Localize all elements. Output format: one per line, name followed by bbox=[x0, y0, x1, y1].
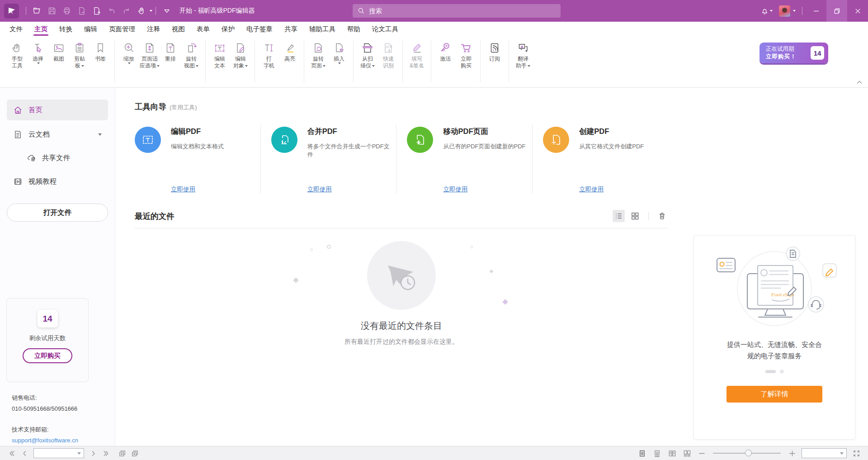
previous-view-button[interactable] bbox=[117, 448, 127, 459]
print-button[interactable] bbox=[59, 4, 74, 19]
insert-pages-icon bbox=[333, 42, 345, 54]
menu-esign[interactable]: 电子签章 bbox=[241, 22, 278, 37]
menu-protect[interactable]: 保护 bbox=[216, 22, 241, 37]
notifications-button[interactable] bbox=[757, 0, 776, 22]
sidebar-item-home[interactable]: 首页 bbox=[7, 100, 108, 120]
buy-now-button-sidebar[interactable]: 立即购买 bbox=[23, 348, 72, 363]
facing-continuous-view-button[interactable] bbox=[681, 448, 692, 459]
recent-files-title: 最近的文件 bbox=[135, 211, 175, 222]
restore-button[interactable] bbox=[826, 0, 847, 22]
grid-view-button[interactable] bbox=[629, 210, 641, 222]
facing-view-button[interactable] bbox=[666, 448, 677, 459]
zoom-in-button[interactable] bbox=[787, 448, 797, 459]
hand-tool-button[interactable]: 手型 工具 bbox=[7, 40, 28, 71]
search-input[interactable]: 搜索 bbox=[353, 4, 561, 18]
use-now-link[interactable]: 立即使用 bbox=[307, 185, 390, 194]
translate-assistant-button[interactable]: A 翻译 助手 bbox=[513, 40, 533, 71]
sidebar-item-shared-files[interactable]: 共享文件 bbox=[7, 148, 108, 167]
from-scanner-button[interactable]: 从扫 描仪 bbox=[357, 40, 378, 71]
subscribe-button[interactable]: 订阅 bbox=[484, 40, 505, 64]
menu-share[interactable]: 共享 bbox=[278, 22, 303, 37]
esign-illustration: Foxit eSign bbox=[704, 246, 844, 336]
hide-toolbar-button[interactable] bbox=[159, 4, 174, 19]
highlight-button[interactable]: 高亮 bbox=[279, 40, 300, 71]
account-button[interactable] bbox=[776, 0, 799, 22]
first-page-button[interactable] bbox=[6, 448, 17, 459]
menu-home[interactable]: 主页 bbox=[28, 22, 53, 37]
quick-ocr-button[interactable]: OCR 快速 识别 bbox=[378, 40, 399, 71]
menu-accessibility[interactable]: 辅助工具 bbox=[303, 22, 341, 37]
merge-pdf-icon bbox=[271, 127, 297, 153]
page-number-select[interactable] bbox=[33, 448, 84, 458]
insert-pages-button[interactable]: 插入 bbox=[329, 40, 349, 71]
save-button[interactable] bbox=[44, 4, 59, 19]
zoom-slider[interactable] bbox=[713, 453, 781, 454]
menu-convert[interactable]: 转换 bbox=[53, 22, 78, 37]
hand-icon bbox=[11, 42, 24, 54]
redo-button[interactable] bbox=[119, 4, 134, 19]
menu-page-management[interactable]: 页面管理 bbox=[103, 22, 141, 37]
create-pdf-icon bbox=[543, 127, 569, 153]
open-file-button-sidebar[interactable]: 打开文件 bbox=[7, 204, 108, 222]
menu-edit[interactable]: 编辑 bbox=[78, 22, 103, 37]
rotate-view-button[interactable]: 旋转 视图 bbox=[181, 40, 202, 71]
open-file-button[interactable] bbox=[29, 4, 44, 19]
typewriter-button[interactable]: 打 字机 bbox=[259, 40, 279, 71]
typewriter-icon bbox=[263, 42, 275, 54]
menu-help[interactable]: 帮助 bbox=[341, 22, 366, 37]
bookmark-button[interactable]: 书签 bbox=[90, 40, 111, 71]
close-button[interactable] bbox=[847, 0, 868, 22]
rotate-pages-button[interactable]: 旋转 页面 bbox=[308, 40, 329, 71]
snapshot-button[interactable]: 截图 bbox=[48, 40, 69, 71]
last-page-button[interactable] bbox=[100, 448, 111, 459]
clipboard-button[interactable]: 剪贴 板 bbox=[69, 40, 90, 71]
next-view-button[interactable] bbox=[129, 448, 140, 459]
minimize-button[interactable] bbox=[806, 0, 826, 22]
support-email-link[interactable]: support@foxitsoftware.cn bbox=[12, 435, 78, 446]
clear-recent-button[interactable] bbox=[656, 210, 668, 222]
menu-paper-tools[interactable]: 论文工具 bbox=[366, 22, 404, 37]
menu-comment[interactable]: 注释 bbox=[141, 22, 166, 37]
menu-file[interactable]: 文件 bbox=[4, 22, 28, 37]
activate-button[interactable]: 激活 bbox=[435, 40, 456, 71]
menu-view[interactable]: 视图 bbox=[166, 22, 191, 37]
buy-now-button[interactable]: 立即 购买 bbox=[456, 40, 476, 71]
collapse-ribbon-button[interactable] bbox=[855, 79, 863, 85]
single-page-view-button[interactable] bbox=[637, 448, 647, 459]
previous-page-button[interactable] bbox=[19, 448, 30, 459]
insert-pages-button[interactable] bbox=[89, 4, 104, 19]
zoom-out-button[interactable] bbox=[696, 448, 707, 459]
chevron-down-icon[interactable] bbox=[98, 133, 102, 136]
use-now-link[interactable]: 立即使用 bbox=[171, 185, 224, 194]
use-now-link[interactable]: 立即使用 bbox=[579, 185, 644, 194]
delete-pages-button[interactable] bbox=[74, 4, 89, 19]
continuous-view-button[interactable] bbox=[651, 448, 662, 459]
sidebar-item-cloud-docs[interactable]: 云文档 bbox=[7, 124, 108, 145]
hand-gesture-dropdown-icon[interactable] bbox=[150, 10, 152, 12]
select-tool-button[interactable]: 选择 bbox=[28, 40, 48, 71]
carousel-dot[interactable] bbox=[780, 370, 784, 374]
next-page-button[interactable] bbox=[88, 448, 99, 459]
list-view-button[interactable] bbox=[613, 210, 625, 222]
menu-form[interactable]: 表单 bbox=[191, 22, 216, 37]
carousel-dot-active[interactable] bbox=[765, 370, 776, 373]
use-now-link[interactable]: 立即使用 bbox=[443, 185, 525, 194]
reflow-button[interactable]: 重排 bbox=[160, 40, 181, 71]
close-icon bbox=[854, 8, 861, 14]
ribbon-group-separator bbox=[431, 41, 431, 82]
zoom-button[interactable]: 缩放 bbox=[118, 40, 139, 71]
hand-gesture-button[interactable] bbox=[134, 4, 149, 19]
trial-remaining-card: 14 剩余试用天数 立即购买 bbox=[6, 298, 89, 382]
zoom-slider-knob[interactable] bbox=[745, 450, 752, 456]
edit-text-button[interactable]: 编辑 文本 bbox=[209, 40, 230, 71]
fit-options-button[interactable]: 页面适 应选项 bbox=[139, 40, 160, 71]
trial-buy-badge[interactable]: 正在试用期 立即购买！ 14 bbox=[760, 43, 828, 63]
card-title: 移动PDF页面 bbox=[443, 127, 525, 137]
undo-button[interactable] bbox=[104, 4, 119, 19]
edit-object-button[interactable]: 编辑 对象 bbox=[230, 40, 251, 71]
learn-more-button[interactable]: 了解详情 bbox=[726, 386, 822, 403]
zoom-level-select[interactable] bbox=[802, 448, 847, 458]
sidebar-item-video-tutorials[interactable]: 视频教程 bbox=[7, 171, 108, 192]
fullscreen-button[interactable] bbox=[851, 448, 862, 459]
fill-sign-button[interactable]: 填写 &签名 bbox=[406, 40, 427, 71]
